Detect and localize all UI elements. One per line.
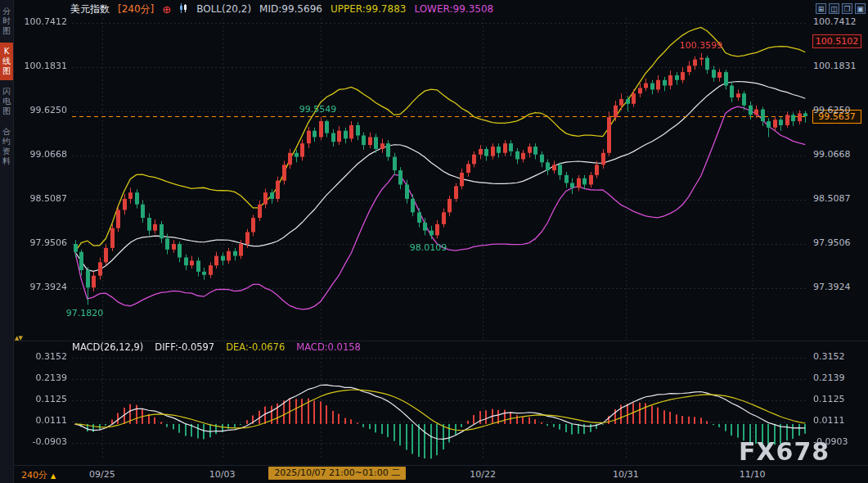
add-indicator-icon[interactable]: ⊕ bbox=[162, 4, 171, 15]
macd-diff-value: DIFF:-0.0597 bbox=[155, 341, 214, 353]
maximize-window-icon[interactable]: ▣ bbox=[855, 3, 866, 14]
time-axis: 2025/10/07 21:00~01:00 二 09/2510/0310/22… bbox=[72, 466, 808, 483]
sidebar: 分时图 K线图 闪电图 合约资料 bbox=[0, 0, 14, 483]
price-axis-label: 97.9506 bbox=[813, 237, 866, 248]
macd-axis-label: 0.2139 bbox=[813, 372, 866, 383]
chart-header: 美元指数 [240分] ⊕ BOLL(20,2) MID:99.5696 UPP… bbox=[13, 0, 868, 18]
sidebar-item-kline-chart[interactable]: K线图 bbox=[0, 43, 13, 80]
price-axis-label: 97.3924 bbox=[813, 282, 866, 292]
boll-label[interactable]: BOLL(20,2) bbox=[196, 3, 251, 15]
trading-chart-window: 分时图 K线图 闪电图 合约资料 美元指数 [240分] ⊕ BOLL(20,2… bbox=[0, 0, 868, 483]
price-axis-label: 99.6250 bbox=[813, 105, 866, 115]
price-axis-label: 97.9506 bbox=[13, 237, 67, 248]
macd-axis-label: 0.0111 bbox=[13, 415, 67, 426]
window-controls: ⊞ ◫ ❐ ▣ bbox=[816, 3, 866, 14]
pip-window-icon[interactable]: ◫ bbox=[829, 3, 839, 14]
macd-axis-label: -0.0903 bbox=[813, 436, 866, 447]
macd-chart-canvas[interactable] bbox=[72, 354, 808, 460]
session-high-price-marker: 100.5102 bbox=[812, 34, 861, 48]
boll-upper-value: UPPER:99.7883 bbox=[331, 3, 406, 15]
macd-label[interactable]: MACD(26,12,9) bbox=[72, 341, 143, 353]
macd-axis-label: 0.1125 bbox=[813, 394, 866, 404]
time-axis-label: 11/10 bbox=[730, 469, 776, 480]
period-up-arrow: ▲ bbox=[51, 472, 56, 480]
macd-axis-label: 0.3152 bbox=[813, 351, 866, 362]
price-axis-label: 99.0668 bbox=[813, 149, 866, 160]
period-tag[interactable]: [240分] bbox=[118, 2, 154, 16]
period-indicator: 240分▲ bbox=[21, 469, 56, 481]
pane-layout-icon[interactable]: ⊞ bbox=[816, 3, 826, 14]
boll-mid-value: MID:99.5696 bbox=[259, 3, 322, 15]
macd-axis-label: 0.3152 bbox=[13, 351, 67, 362]
macd-axis-label: 0.1125 bbox=[13, 394, 67, 404]
macd-axis-label: -0.0903 bbox=[13, 436, 67, 447]
price-axis-label: 98.5087 bbox=[13, 193, 67, 204]
candlestick-chart-canvas[interactable] bbox=[72, 18, 808, 341]
price-axis-label: 100.7412 bbox=[813, 16, 866, 27]
restore-window-icon[interactable]: ❐ bbox=[842, 3, 852, 14]
macd-macd-value: MACD:0.0158 bbox=[296, 341, 361, 353]
boll-lower-value: LOWER:99.3508 bbox=[414, 3, 493, 15]
sidebar-item-contract-info[interactable]: 合约资料 bbox=[0, 123, 13, 170]
symbol-name[interactable]: 美元指数 bbox=[70, 2, 110, 16]
time-axis-label: 10/03 bbox=[200, 469, 245, 480]
macd-dea-value: DEA:-0.0676 bbox=[226, 341, 285, 353]
price-axis-label: 99.6250 bbox=[13, 105, 67, 115]
price-axis-label: 100.1831 bbox=[13, 61, 67, 71]
time-axis-label: 10/31 bbox=[603, 469, 649, 480]
price-axis-label: 100.1831 bbox=[813, 61, 866, 71]
panel-collapse-handle[interactable]: ▲▼ bbox=[15, 335, 22, 341]
price-axis-label: 98.5087 bbox=[813, 193, 866, 204]
period-label[interactable]: 240分 bbox=[21, 470, 47, 481]
hovered-candle-time-badge: 2025/10/07 21:00~01:00 二 bbox=[268, 467, 406, 480]
price-axis-label: 97.3924 bbox=[13, 282, 67, 292]
price-axis-label: 100.7412 bbox=[13, 16, 67, 27]
time-axis-label: 10/22 bbox=[460, 469, 506, 480]
macd-axis-label: 0.0111 bbox=[813, 415, 866, 426]
sidebar-item-lightning-chart[interactable]: 闪电图 bbox=[0, 83, 13, 120]
kline-type-icon[interactable] bbox=[179, 3, 188, 16]
macd-header: MACD(26,12,9) DIFF:-0.0597 DEA:-0.0676 M… bbox=[72, 341, 361, 353]
sidebar-item-time-chart[interactable]: 分时图 bbox=[0, 2, 13, 40]
price-axis-label: 99.0668 bbox=[13, 149, 67, 160]
time-axis-label: 09/25 bbox=[79, 469, 125, 480]
macd-axis-label: 0.2139 bbox=[13, 372, 67, 383]
